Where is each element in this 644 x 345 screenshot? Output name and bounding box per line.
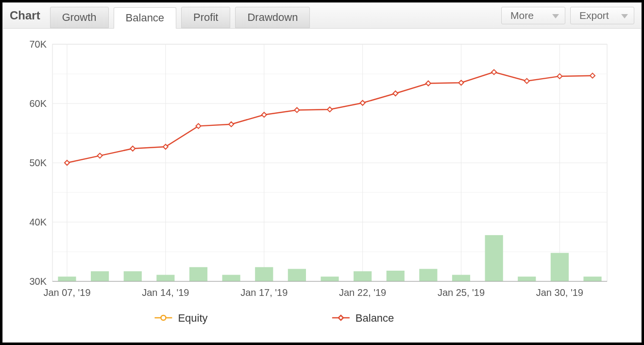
volume-bar: [255, 267, 273, 281]
x-tick-label: Jan 30, '19: [536, 287, 583, 298]
volume-bar: [551, 253, 569, 281]
export-button-label: Export: [579, 10, 609, 21]
volume-bar: [419, 269, 437, 281]
x-tick-label: Jan 14, '19: [142, 287, 189, 298]
tab-profit-label: Profit: [193, 11, 218, 24]
legend-equity-marker: [161, 315, 166, 320]
tab-drawdown-label: Drawdown: [247, 11, 298, 24]
x-tick-label: Jan 22, '19: [339, 287, 386, 298]
legend-balance-marker: [339, 315, 343, 320]
volume-bar: [485, 235, 503, 281]
y-tick-label: 40K: [29, 217, 47, 227]
y-tick-label: 50K: [29, 157, 47, 168]
x-tick-label: Jan 07, '19: [43, 287, 90, 298]
caret-down-icon: [621, 10, 628, 21]
volume-bar: [354, 271, 372, 281]
volume-bar: [124, 271, 142, 281]
y-tick-label: 70K: [29, 39, 47, 50]
tab-balance-label: Balance: [126, 12, 165, 24]
volume-bar: [58, 276, 76, 281]
volume-bar: [583, 276, 601, 281]
chart-panel: Chart Growth Balance Profit Drawdown Mor…: [2, 2, 642, 343]
volume-bar: [288, 269, 306, 281]
legend: EquityBalance: [154, 312, 394, 324]
x-tick-label: Jan 25, '19: [438, 287, 485, 298]
svg-marker-0: [552, 14, 559, 18]
volume-bar: [189, 267, 207, 281]
y-tick-label: 30K: [29, 276, 47, 287]
volume-bar: [156, 275, 174, 281]
tab-growth-label: Growth: [62, 11, 97, 24]
toolbar: Chart Growth Balance Profit Drawdown Mor…: [3, 3, 641, 29]
chart-area: 30K40K50K60K70KJan 07, '19Jan 14, '19Jan…: [3, 30, 641, 342]
volume-bar: [387, 271, 405, 281]
volume-bar: [222, 275, 240, 281]
more-button[interactable]: More: [501, 7, 565, 24]
tab-profit[interactable]: Profit: [181, 7, 230, 28]
volume-bar: [452, 275, 470, 281]
x-tick-label: Jan 17, '19: [240, 287, 288, 298]
volume-bar: [91, 271, 109, 281]
legend-equity-label: Equity: [178, 312, 207, 324]
tab-drawdown[interactable]: Drawdown: [235, 7, 310, 28]
page-title: Chart: [10, 9, 40, 22]
tab-balance[interactable]: Balance: [114, 7, 177, 29]
more-button-label: More: [510, 10, 534, 21]
svg-marker-1: [621, 14, 628, 18]
export-button[interactable]: Export: [570, 7, 634, 24]
caret-down-icon: [552, 10, 559, 21]
balance-chart: 30K40K50K60K70KJan 07, '19Jan 14, '19Jan…: [15, 34, 622, 328]
legend-balance-label: Balance: [356, 312, 394, 324]
y-tick-label: 60K: [29, 98, 47, 109]
volume-bar: [518, 276, 536, 281]
volume-bar: [321, 276, 339, 281]
tab-growth[interactable]: Growth: [50, 7, 109, 28]
